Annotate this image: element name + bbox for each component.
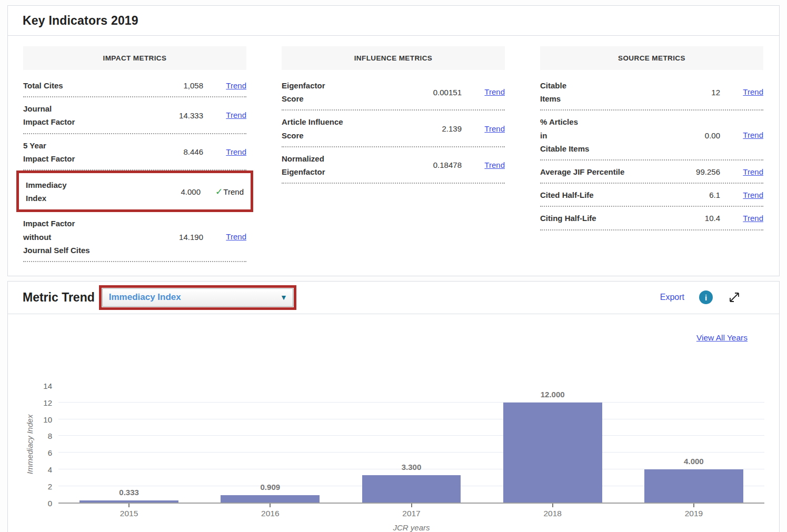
metric-value: 8.446 bbox=[183, 147, 203, 156]
metric-value: 99.256 bbox=[696, 167, 720, 176]
export-button[interactable]: Export bbox=[660, 293, 684, 302]
metric-value: 10.4 bbox=[705, 214, 720, 223]
metric-row-average-jif-percentile: Average JIF Percentile 99.256 Trend bbox=[540, 160, 763, 184]
annotation-highlight-box-immediacy-index: Immediacy Index 4.000 ✓Trend bbox=[16, 170, 253, 212]
expand-icon[interactable] bbox=[728, 290, 741, 304]
metric-label: Impact Factor without Journal Self Cites bbox=[23, 217, 179, 257]
metric-value: 4.000 bbox=[181, 187, 201, 196]
metric-row-citing-half-life: Citing Half-Life 10.4 Trend bbox=[540, 207, 763, 230]
bar-2016[interactable] bbox=[221, 495, 320, 503]
impact-metrics-panel-header: IMPACT METRICS bbox=[23, 46, 246, 70]
trend-link[interactable]: Trend bbox=[484, 124, 505, 133]
metric-label: Immediacy Index bbox=[26, 178, 181, 205]
metric-row-article-influence-score: Article Influence Score 2.139 Trend bbox=[282, 111, 505, 147]
y-axis-tick-labels: 02468101214 bbox=[32, 386, 52, 503]
metric-label: Citing Half-Life bbox=[540, 212, 705, 225]
metric-row-total-cites: Total Cites 1,058 Trend bbox=[23, 74, 246, 97]
influence-metrics-panel: INFLUENCE METRICS Eigenfactor Score 0.00… bbox=[282, 46, 505, 262]
metric-value: 0.00 bbox=[705, 131, 720, 140]
trend-link[interactable]: Trend bbox=[226, 147, 246, 156]
info-icon[interactable]: i bbox=[699, 290, 713, 304]
bar-2017[interactable] bbox=[362, 475, 461, 503]
metric-trend-card: Metric Trend Immediacy Index ▼ Export i … bbox=[7, 281, 780, 532]
x-axis-title: JCR years bbox=[58, 523, 764, 532]
x-tick-label: 2018 bbox=[543, 509, 561, 518]
bar-value-label: 0.909 bbox=[261, 483, 281, 491]
key-indicators-header: Key Indicators 2019 bbox=[8, 6, 779, 36]
trend-link[interactable]: Trend bbox=[226, 232, 246, 241]
metric-row-cited-half-life: Cited Half-Life 6.1 Trend bbox=[540, 184, 763, 207]
metric-trend-header: Metric Trend Immediacy Index ▼ Export i bbox=[8, 282, 779, 314]
trend-link[interactable]: Trend bbox=[226, 81, 246, 90]
y-tick-label: 14 bbox=[43, 381, 52, 390]
x-tick-label: 2015 bbox=[120, 509, 138, 518]
metric-value: 12 bbox=[711, 88, 720, 97]
x-tick bbox=[411, 504, 412, 507]
x-axis-line bbox=[58, 503, 764, 504]
view-all-years-link[interactable]: View All Years bbox=[696, 333, 748, 343]
metric-trend-title: Metric Trend bbox=[23, 290, 95, 305]
trend-link[interactable]: Trend bbox=[743, 87, 763, 96]
metric-label: Eigenfactor Score bbox=[282, 79, 433, 105]
annotation-highlight-box-dropdown: Immediacy Index ▼ bbox=[99, 285, 296, 310]
metric-row-pct-articles-in-citable-items: % Articles in Citable Items 0.00 Trend bbox=[540, 111, 763, 160]
metric-select-dropdown[interactable]: Immediacy Index ▼ bbox=[102, 288, 293, 307]
source-metrics-panel-header: SOURCE METRICS bbox=[540, 46, 763, 70]
metric-value: 2.139 bbox=[442, 124, 462, 133]
metric-label: % Articles in Citable Items bbox=[540, 115, 705, 155]
metric-label: Normalized Eigenfactor bbox=[282, 152, 433, 178]
metric-row-normalized-eigenfactor: Normalized Eigenfactor 0.18478 Trend bbox=[282, 147, 505, 184]
y-tick-label: 10 bbox=[43, 415, 52, 424]
dropdown-selected-value: Immediacy Index bbox=[109, 292, 280, 303]
y-tick-label: 2 bbox=[48, 482, 52, 491]
metric-value: 0.00151 bbox=[433, 88, 462, 97]
trend-link[interactable]: Trend bbox=[484, 87, 505, 96]
trend-header-actions: Export i bbox=[660, 290, 764, 304]
metric-row-immediacy-index: Immediacy Index 4.000 ✓Trend bbox=[26, 174, 244, 209]
bar-value-label: 3.300 bbox=[402, 463, 422, 471]
metric-value: 1,058 bbox=[183, 81, 203, 90]
metric-label: Cited Half-Life bbox=[540, 188, 709, 202]
x-axis: JCR years 20152016201720182019 bbox=[58, 503, 764, 532]
metric-label: Average JIF Percentile bbox=[540, 165, 696, 178]
x-tick bbox=[552, 504, 553, 507]
trend-link[interactable]: Trend bbox=[226, 111, 246, 119]
metric-row-journal-impact-factor: Journal Impact Factor 14.333 Trend bbox=[23, 97, 246, 134]
impact-metrics-panel: IMPACT METRICS Total Cites 1,058 Trend J… bbox=[23, 46, 246, 262]
metric-value: 14.190 bbox=[179, 233, 203, 242]
metric-row-impact-factor-without-self-cites: Impact Factor without Journal Self Cites… bbox=[23, 212, 246, 262]
x-tick-label: 2017 bbox=[402, 509, 420, 518]
y-tick-label: 12 bbox=[43, 398, 52, 407]
metric-row-5-year-impact-factor: 5 Year Impact Factor 8.446 Trend bbox=[23, 134, 246, 170]
check-icon: ✓ bbox=[215, 187, 223, 197]
metric-row-eigenfactor-score: Eigenfactor Score 0.00151 Trend bbox=[282, 74, 505, 111]
bar-2018[interactable] bbox=[503, 403, 602, 503]
metrics-panels: IMPACT METRICS Total Cites 1,058 Trend J… bbox=[8, 36, 779, 276]
source-metrics-panel: SOURCE METRICS Citable Items 12 Trend % … bbox=[540, 46, 763, 262]
metric-value: 14.333 bbox=[179, 111, 203, 120]
trend-link[interactable]: Trend bbox=[484, 160, 505, 169]
gridline bbox=[58, 452, 764, 453]
gridline bbox=[58, 435, 764, 436]
metric-label: Citable Items bbox=[540, 79, 711, 105]
bar-value-label: 0.333 bbox=[119, 488, 139, 497]
x-tick-label: 2016 bbox=[261, 509, 279, 518]
trend-link[interactable]: Trend bbox=[743, 167, 763, 176]
key-indicators-card: Key Indicators 2019 IMPACT METRICS Total… bbox=[7, 5, 780, 276]
bar-2019[interactable] bbox=[644, 469, 743, 503]
trend-link[interactable]: Trend bbox=[223, 187, 244, 196]
y-tick-label: 4 bbox=[48, 465, 52, 474]
trend-link[interactable]: Trend bbox=[743, 131, 763, 139]
gridline bbox=[58, 419, 764, 419]
metric-label: Total Cites bbox=[23, 79, 183, 92]
y-tick-label: 0 bbox=[48, 498, 52, 507]
metric-label: Article Influence Score bbox=[282, 115, 442, 142]
trend-link[interactable]: Trend bbox=[743, 190, 763, 199]
y-tick-label: 8 bbox=[48, 431, 52, 440]
influence-metrics-panel-header: INFLUENCE METRICS bbox=[282, 46, 505, 70]
y-tick-label: 6 bbox=[48, 448, 52, 457]
page-title: Key Indicators 2019 bbox=[23, 14, 138, 28]
x-tick bbox=[270, 504, 271, 507]
metric-label: 5 Year Impact Factor bbox=[23, 139, 183, 165]
trend-link[interactable]: Trend bbox=[743, 214, 763, 223]
